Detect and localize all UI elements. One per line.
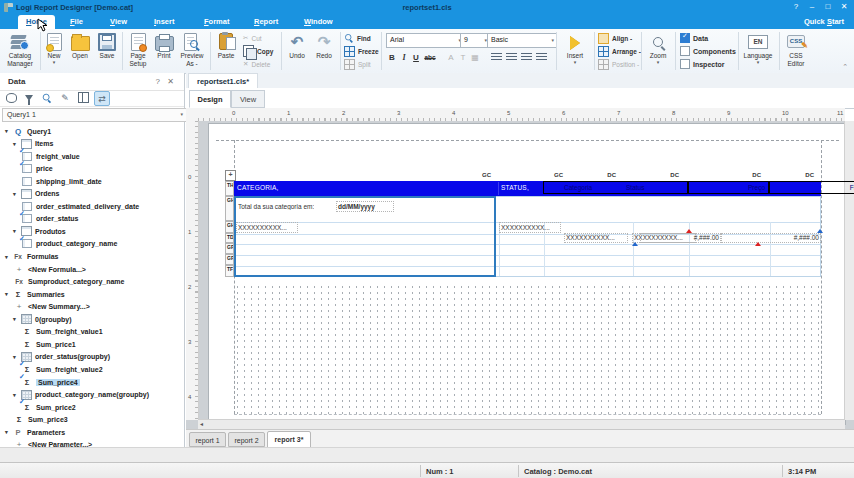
tree-item-price[interactable]: ✓price <box>0 163 183 175</box>
search-icon[interactable] <box>40 91 54 104</box>
bold-button[interactable]: B <box>386 53 398 62</box>
tree-item--new-summary-[interactable]: +<New Summary...> <box>0 301 183 313</box>
tree-item-formulas[interactable]: ▾FxFormulas <box>0 251 183 263</box>
position-menu-button[interactable]: Position - <box>598 58 639 70</box>
insert-button[interactable]: Insert▾ <box>559 31 591 72</box>
document-file-tab[interactable]: reportset1.cls* <box>188 73 258 89</box>
tree-item-product-category-name[interactable]: ✓product_category_name <box>0 238 183 250</box>
expand-caret-icon[interactable]: ▾ <box>13 354 20 360</box>
menu-file[interactable]: File <box>62 15 91 29</box>
strikethrough-button[interactable]: abc <box>422 54 438 61</box>
tree-item-summaries[interactable]: ▾ΣSummaries <box>0 288 183 300</box>
tree-item-query1[interactable]: ▾QQuery1 <box>0 125 183 137</box>
tree-item-freight-value[interactable]: ✓freight_value <box>0 150 183 162</box>
page-setup-button[interactable]: Page Setup <box>124 31 152 72</box>
align-menu-button[interactable]: Align - <box>598 32 632 44</box>
language-button[interactable]: EN Language▾ <box>741 31 775 72</box>
expand-caret-icon[interactable]: ▾ <box>13 392 20 398</box>
report-tab-3[interactable]: report 3* <box>267 431 311 448</box>
css-editor-button[interactable]: CSS CSS Editor <box>782 31 810 72</box>
tree-item-order-estimated-delivery-date[interactable]: order_estimated_delivery_date <box>0 200 183 212</box>
expand-caret-icon[interactable]: ▾ <box>13 228 20 234</box>
tab-view[interactable]: View <box>231 90 265 108</box>
minimize-button[interactable]: – <box>806 2 818 11</box>
catalog-manager-button[interactable]: Catalog Manager <box>1 31 39 72</box>
menu-format[interactable]: Format <box>196 15 237 29</box>
zoom-button[interactable]: Zoom▾ <box>644 31 672 72</box>
maximize-button[interactable]: □ <box>822 2 834 11</box>
checkbox-inspector[interactable]: Inspector <box>680 58 725 70</box>
tree-item-0-groupby-[interactable]: ▾0(groupby) <box>0 313 183 325</box>
filter-icon[interactable] <box>22 91 36 104</box>
tree-item-sumproduct-category-name[interactable]: FxSumproduct_category_name <box>0 276 183 288</box>
tree-item-sum-price1[interactable]: ΣSum_price1 <box>0 338 183 350</box>
tab-design[interactable]: Design <box>189 90 231 108</box>
save-button[interactable]: Save <box>94 31 120 72</box>
tree-item-sum-price4[interactable]: Σ✓Sum_price4 <box>0 376 183 388</box>
expand-caret-icon[interactable]: ▾ <box>13 141 20 147</box>
border-button[interactable]: ▦ <box>469 53 481 62</box>
report-tab-1[interactable]: report 1 <box>189 432 226 447</box>
italic-button[interactable]: I <box>398 53 410 62</box>
scroll-left-arrow-icon[interactable]: ◂ <box>200 420 203 429</box>
font-name-select[interactable]: Arial▾ <box>386 33 464 48</box>
tree-item--new-parameter-[interactable]: +<New Parameter...> <box>0 439 183 447</box>
open-button[interactable]: Open <box>67 31 93 72</box>
find-button[interactable]: Find <box>344 32 371 44</box>
edit-pencil-icon[interactable]: ✎ <box>58 91 72 104</box>
collapse-ribbon-button[interactable]: ⌃ <box>842 63 848 71</box>
tree-item-ordens[interactable]: ▾Ordens <box>0 188 183 200</box>
preview-as-button[interactable]: Preview As - <box>176 31 208 72</box>
redo-button[interactable]: ↷ Redo <box>311 31 337 72</box>
panel-close-button[interactable]: ✕ <box>167 77 174 86</box>
freeze-button[interactable]: Freeze <box>344 45 379 57</box>
tree-item-shipping-limit-date[interactable]: shipping_limit_date <box>0 175 183 187</box>
columns-icon[interactable] <box>76 91 90 104</box>
tree-item-sum-price3[interactable]: ΣSum_price3 <box>0 414 183 426</box>
expand-caret-icon[interactable]: ▾ <box>13 316 20 322</box>
query-selector[interactable]: Query1 1▾ <box>2 108 187 122</box>
align-left-button[interactable] <box>491 53 502 62</box>
help-button[interactable]: ? <box>790 2 802 11</box>
print-button[interactable]: Print <box>152 31 176 72</box>
align-right-button[interactable] <box>521 53 532 62</box>
arrange-menu-button[interactable]: Arrange - <box>598 45 641 57</box>
panel-help-button[interactable]: ? <box>156 77 160 86</box>
underline-button[interactable]: U <box>410 53 422 62</box>
split-button[interactable]: Split <box>344 58 371 70</box>
tree-item-sum-price2[interactable]: Σ✓Sum_price2 <box>0 401 183 413</box>
report-tab-2[interactable]: report 2 <box>228 432 265 447</box>
tree-item-order-status-groupby-[interactable]: ▾order_status(groupby) <box>0 351 183 363</box>
tree-item-items[interactable]: ▾Items <box>0 138 183 150</box>
tree-item--new-formula-[interactable]: +<New Formula...> <box>0 263 183 275</box>
database-icon[interactable] <box>4 91 18 104</box>
expand-caret-icon[interactable]: ▾ <box>5 429 12 435</box>
horizontal-scrollbar[interactable]: ◂ <box>198 419 845 429</box>
close-button[interactable]: ✕ <box>838 2 850 11</box>
new-button[interactable]: New▾ <box>42 31 66 72</box>
undo-button[interactable]: ↶ Undo <box>284 31 310 72</box>
tree-item-produtos[interactable]: ▾Produtos <box>0 225 183 237</box>
delete-button[interactable]: ✕Delete <box>243 58 270 70</box>
menu-insert[interactable]: Insert <box>146 15 182 29</box>
menu-report[interactable]: Report <box>246 15 286 29</box>
expand-caret-icon[interactable]: ▾ <box>5 291 12 297</box>
expand-caret-icon[interactable]: ▾ <box>13 191 20 197</box>
align-center-button[interactable] <box>506 53 517 62</box>
checkbox-data[interactable]: Data <box>680 32 708 44</box>
checkbox-components[interactable]: Components <box>680 45 736 57</box>
tree-item-sum-freight-value2[interactable]: Σ✓Sum_freight_value2 <box>0 363 183 375</box>
menu-window[interactable]: Window <box>296 15 341 29</box>
quick-start-menu[interactable]: Quick Start <box>804 15 844 29</box>
tree-item-product-category-name-groupby-[interactable]: ▾product_category_name(groupby) <box>0 389 183 401</box>
paste-button[interactable]: Paste <box>213 31 239 72</box>
swap-view-icon[interactable]: ⇄ <box>94 91 110 106</box>
shading-button[interactable]: T <box>457 53 469 62</box>
style-select[interactable]: Basic▾ <box>487 33 557 48</box>
copy-button[interactable]: Copy <box>243 45 273 57</box>
expand-caret-icon[interactable]: ▾ <box>5 128 12 134</box>
vertical-scrollbar[interactable] <box>844 121 854 420</box>
font-size-select[interactable]: 9▾ <box>460 33 490 48</box>
tree-item-parameters[interactable]: ▾PParameters <box>0 426 183 438</box>
tree-item-sum-freight-value1[interactable]: ΣSum_freight_value1 <box>0 326 183 338</box>
